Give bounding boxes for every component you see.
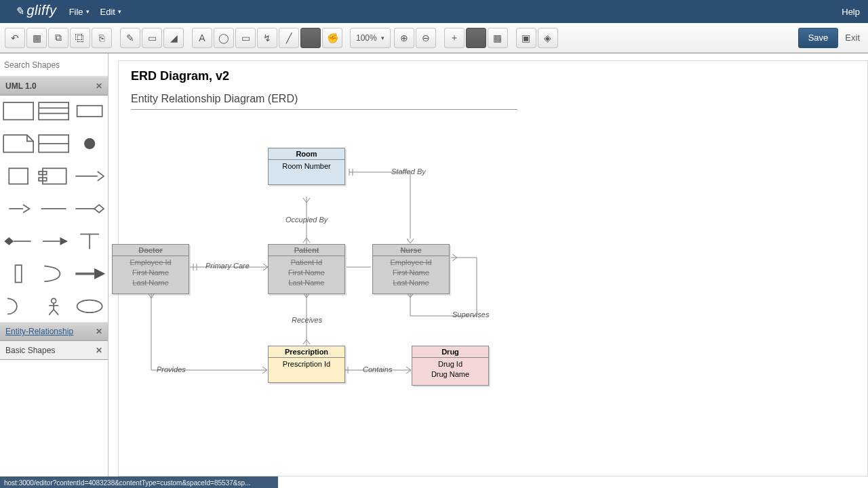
group-button[interactable]: ⧉ (48, 28, 68, 48)
shape-class[interactable] (38, 101, 69, 121)
svg-rect-4 (77, 106, 102, 117)
shape-t[interactable] (74, 231, 105, 251)
entity-attr: First Name (377, 268, 445, 278)
canvas[interactable]: ERD Diagram, v2 Entity Relationship Diag… (108, 54, 868, 476)
connectors (119, 102, 867, 468)
exit-link[interactable]: Exit (845, 33, 860, 43)
shape-table[interactable] (38, 134, 69, 154)
search-input[interactable] (4, 60, 106, 70)
shape-square[interactable] (3, 166, 34, 186)
entity-name: Patient (269, 245, 344, 256)
layers-button[interactable]: ▣ (516, 28, 536, 48)
shape-actor[interactable] (38, 296, 69, 317)
shape-line[interactable] (38, 199, 69, 219)
svg-marker-16 (94, 205, 104, 213)
shape-open-arrow[interactable] (74, 166, 105, 186)
document: ERD Diagram, v2 Entity Relationship Diag… (118, 60, 868, 476)
entity-attr: Employee Id (117, 258, 184, 268)
shape-curve[interactable] (38, 264, 69, 284)
entity-prescription[interactable]: Prescription Prescription Id (268, 346, 345, 383)
rect-tool-button[interactable]: ▭ (235, 28, 256, 48)
shape-bar[interactable] (3, 264, 34, 284)
entity-attr: Drug Name (416, 369, 484, 380)
entity-attr: Room Number (273, 161, 340, 171)
connector-tool-button[interactable]: ↯ (257, 28, 277, 48)
add-page-button[interactable]: ＋ (444, 28, 465, 48)
shape-dot[interactable] (74, 134, 105, 154)
toolbar: ↶ ▦ ⧉ ⿻ ⎘ ✎ ▭ ◢ A ◯ ▭ ↯ ╱ ✊ 100%▾ ⊕ ⊖ ＋ … (0, 23, 868, 54)
grid-button[interactable]: ▦ (488, 28, 508, 48)
svg-rect-23 (16, 265, 22, 282)
eraser-button[interactable]: ◢ (163, 28, 184, 48)
panel-basic-header[interactable]: Basic Shapes✕ (0, 341, 108, 360)
circle-tool-button[interactable]: ◯ (214, 28, 234, 48)
rel-provides: Provides (157, 365, 186, 373)
app-logo: ✎gliffy (0, 3, 64, 21)
entity-attr: First Name (117, 268, 184, 278)
svg-rect-9 (43, 168, 66, 184)
menu-help[interactable]: Help (836, 0, 868, 23)
fill-color-button[interactable] (466, 28, 486, 48)
entity-attr: Prescription Id (273, 359, 340, 369)
shape-halfcircle[interactable] (3, 296, 34, 317)
svg-marker-20 (60, 237, 68, 245)
shape-small-arrow[interactable] (38, 231, 69, 251)
zoom-level[interactable]: 100%▾ (350, 28, 391, 48)
svg-marker-25 (94, 268, 105, 279)
note-button[interactable]: ▭ (142, 28, 162, 48)
shape-rect[interactable] (3, 101, 34, 121)
uml-shape-grid (0, 96, 108, 322)
entity-doctor[interactable]: Doctor Employee Id First Name Last Name (112, 244, 189, 294)
rel-supervises: Supervises (452, 310, 489, 319)
close-icon[interactable]: ✕ (96, 81, 102, 91)
panel-uml-header[interactable]: UML 1.0✕ (0, 77, 108, 96)
entity-drug[interactable]: Drug Drug Id Drug Name (412, 346, 489, 386)
zoom-in-button[interactable]: ⊕ (394, 28, 414, 48)
menubar: ✎gliffy File▾ Edit▾ Help (0, 0, 868, 23)
shape-ellipse[interactable] (74, 296, 105, 317)
entity-attr: Last Name (273, 278, 340, 288)
svg-rect-0 (3, 102, 33, 119)
layers2-button[interactable]: ◈ (538, 28, 558, 48)
panel-er-header[interactable]: Entity-Relationship✕ (0, 322, 108, 341)
rel-contains: Contains (363, 365, 392, 373)
svg-rect-8 (9, 168, 28, 184)
line-tool-button[interactable]: ╱ (279, 28, 299, 48)
menu-edit[interactable]: Edit▾ (95, 0, 127, 23)
shape-component[interactable] (38, 166, 69, 186)
svg-point-7 (84, 138, 95, 149)
copy-button[interactable]: ⿻ (70, 28, 90, 48)
rel-occupied-by: Occupied By (285, 216, 328, 224)
entity-attr: First Name (273, 268, 340, 278)
main: 🔍 UML 1.0✕ (0, 54, 868, 476)
paste-button[interactable]: ⎘ (92, 28, 112, 48)
shape-diamond-end[interactable] (74, 199, 105, 219)
zoom-out-button[interactable]: ⊖ (416, 28, 436, 48)
close-icon[interactable]: ✕ (96, 327, 102, 336)
shape-box[interactable] (74, 101, 105, 121)
entity-nurse[interactable]: Nurse Employee Id First Name Last Name (372, 244, 450, 294)
snap-button[interactable]: ▦ (26, 28, 47, 48)
entity-name: Nurse (373, 245, 449, 256)
pointer-tool-button[interactable] (300, 28, 321, 48)
entity-name: Doctor (113, 245, 189, 256)
undo-button[interactable]: ↶ (5, 28, 25, 48)
shape-solid-arrow[interactable] (74, 264, 105, 284)
entity-attr: Last Name (117, 278, 184, 288)
brush-button[interactable]: ✎ (120, 28, 140, 48)
entity-name: Prescription (269, 346, 344, 358)
menu-file[interactable]: File▾ (64, 0, 95, 23)
entity-room[interactable]: Room Room Number (268, 148, 345, 185)
close-icon[interactable]: ✕ (96, 346, 102, 355)
shape-diamond-start[interactable] (3, 231, 34, 251)
save-button[interactable]: Save (798, 28, 839, 48)
svg-marker-17 (4, 237, 14, 245)
rel-staffed-by: Staffed By (391, 167, 426, 176)
shape-note[interactable] (3, 134, 34, 154)
entity-patient[interactable]: Patient Patient Id First Name Last Name (268, 244, 345, 294)
shape-short-arrow[interactable] (3, 199, 34, 219)
hand-tool-button[interactable]: ✊ (322, 28, 342, 48)
svg-point-31 (77, 300, 102, 313)
svg-line-30 (54, 310, 58, 315)
text-tool-button[interactable]: A (192, 28, 212, 48)
